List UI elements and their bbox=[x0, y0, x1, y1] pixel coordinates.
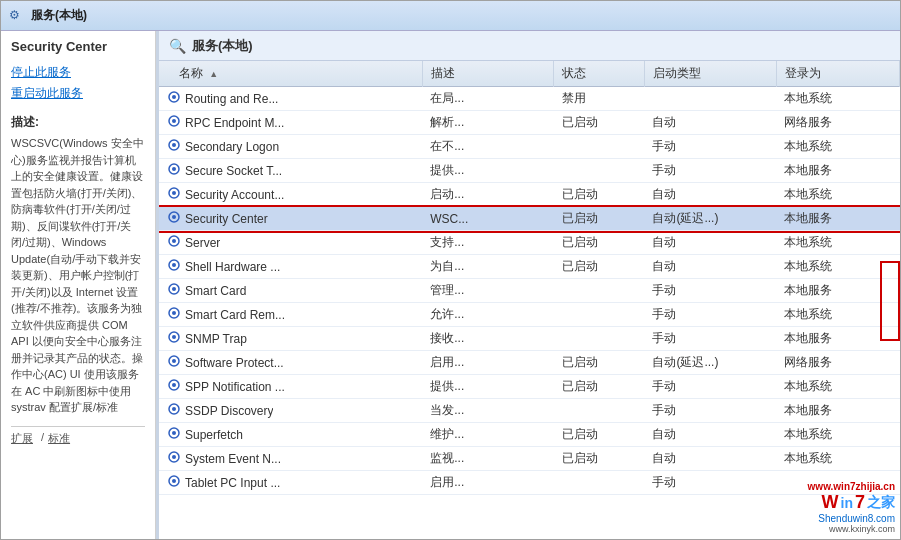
table-row[interactable]: Software Protect...启用...已启动自动(延迟...)网络服务 bbox=[159, 351, 900, 375]
service-startup: 手动 bbox=[644, 399, 776, 423]
service-startup: 自动 bbox=[644, 231, 776, 255]
table-row[interactable]: Smart Card Rem...允许...手动本地系统 bbox=[159, 303, 900, 327]
svg-point-7 bbox=[172, 167, 176, 171]
service-name: Shell Hardware ... bbox=[185, 260, 280, 274]
service-login: 本地系统 bbox=[776, 447, 899, 471]
service-name: Tablet PC Input ... bbox=[185, 476, 280, 490]
service-startup: 自动 bbox=[644, 111, 776, 135]
service-status bbox=[554, 303, 645, 327]
service-icon bbox=[167, 162, 181, 179]
main-window: ⚙ 服务(本地) Security Center 停止此服务 重启动此服务 描述… bbox=[0, 0, 901, 540]
service-name: SNMP Trap bbox=[185, 332, 247, 346]
service-desc: 接收... bbox=[422, 327, 554, 351]
desc-label: 描述: bbox=[11, 114, 145, 131]
table-scroll-wrapper[interactable]: 名称 ▲ 描述 状态 启动类型 bbox=[159, 61, 900, 539]
service-startup: 手动 bbox=[644, 375, 776, 399]
service-status: 已启动 bbox=[554, 207, 645, 231]
service-desc: 为自... bbox=[422, 255, 554, 279]
service-status bbox=[554, 399, 645, 423]
svg-point-9 bbox=[172, 191, 176, 195]
service-status bbox=[554, 327, 645, 351]
window-icon: ⚙ bbox=[9, 8, 25, 24]
table-row[interactable]: SNMP Trap接收...手动本地服务 bbox=[159, 327, 900, 351]
table-body: Routing and Re...在局...禁用本地系统RPC Endpoint… bbox=[159, 87, 900, 495]
stop-service-link[interactable]: 停止此服务 bbox=[11, 64, 145, 81]
service-status: 已启动 bbox=[554, 183, 645, 207]
service-icon bbox=[167, 330, 181, 347]
table-row[interactable]: Security Account...启动...已启动自动本地系统 bbox=[159, 183, 900, 207]
service-icon bbox=[167, 186, 181, 203]
table-row[interactable]: RPC Endpoint M...解析...已启动自动网络服务 bbox=[159, 111, 900, 135]
service-login: 本地系统 bbox=[776, 423, 899, 447]
table-row[interactable]: System Event N...监视...已启动自动本地系统 bbox=[159, 447, 900, 471]
sort-arrow-name: ▲ bbox=[209, 69, 218, 79]
service-status: 已启动 bbox=[554, 255, 645, 279]
restart-service-link[interactable]: 重启动此服务 bbox=[11, 85, 145, 102]
service-status: 已启动 bbox=[554, 423, 645, 447]
service-icon bbox=[167, 306, 181, 323]
service-desc: 提供... bbox=[422, 375, 554, 399]
service-login: 本地系统 bbox=[776, 255, 899, 279]
table-row[interactable]: Security CenterWSC...已启动自动(延迟...)本地服务 bbox=[159, 207, 900, 231]
service-icon bbox=[167, 234, 181, 251]
service-login bbox=[776, 471, 899, 495]
service-login: 网络服务 bbox=[776, 111, 899, 135]
service-status: 已启动 bbox=[554, 231, 645, 255]
content-header-icon: 🔍 bbox=[169, 38, 186, 54]
service-login: 本地服务 bbox=[776, 327, 899, 351]
table-row[interactable]: Shell Hardware ...为自...已启动自动本地系统 bbox=[159, 255, 900, 279]
svg-point-19 bbox=[172, 311, 176, 315]
service-startup: 自动(延迟...) bbox=[644, 207, 776, 231]
col-header-desc[interactable]: 描述 bbox=[422, 61, 554, 87]
service-name: Server bbox=[185, 236, 220, 250]
service-name: Smart Card bbox=[185, 284, 246, 298]
service-desc: 管理... bbox=[422, 279, 554, 303]
service-login: 本地服务 bbox=[776, 279, 899, 303]
service-desc: 在局... bbox=[422, 87, 554, 111]
col-header-name[interactable]: 名称 ▲ bbox=[159, 61, 422, 87]
col-header-status[interactable]: 状态 bbox=[554, 61, 645, 87]
service-startup: 手动 bbox=[644, 327, 776, 351]
service-login: 网络服务 bbox=[776, 351, 899, 375]
table-row[interactable]: SPP Notification ...提供...已启动手动本地系统 bbox=[159, 375, 900, 399]
table-row[interactable]: Superfetch维护...已启动自动本地系统 bbox=[159, 423, 900, 447]
service-login: 本地系统 bbox=[776, 375, 899, 399]
service-login: 本地服务 bbox=[776, 207, 899, 231]
service-desc: 支持... bbox=[422, 231, 554, 255]
table-row[interactable]: Tablet PC Input ...启用...手动 bbox=[159, 471, 900, 495]
service-startup: 自动 bbox=[644, 423, 776, 447]
tab-standard[interactable]: 标准 bbox=[48, 431, 70, 446]
table-row[interactable]: Server支持...已启动自动本地系统 bbox=[159, 231, 900, 255]
svg-point-11 bbox=[172, 215, 176, 219]
table-row[interactable]: Smart Card管理...手动本地服务 bbox=[159, 279, 900, 303]
service-name: SSDP Discovery bbox=[185, 404, 273, 418]
table-row[interactable]: SSDP Discovery当发...手动本地服务 bbox=[159, 399, 900, 423]
service-startup bbox=[644, 87, 776, 111]
service-name: RPC Endpoint M... bbox=[185, 116, 284, 130]
service-status bbox=[554, 279, 645, 303]
service-login: 本地系统 bbox=[776, 135, 899, 159]
service-desc: 解析... bbox=[422, 111, 554, 135]
table-container: 名称 ▲ 描述 状态 启动类型 bbox=[159, 61, 900, 539]
service-startup: 自动(延迟...) bbox=[644, 351, 776, 375]
service-name: Security Account... bbox=[185, 188, 284, 202]
svg-point-15 bbox=[172, 263, 176, 267]
table-row[interactable]: Routing and Re...在局...禁用本地系统 bbox=[159, 87, 900, 111]
service-desc: 启动... bbox=[422, 183, 554, 207]
sidebar-service-name: Security Center bbox=[11, 39, 145, 54]
svg-point-29 bbox=[172, 431, 176, 435]
tab-extended[interactable]: 扩展 bbox=[11, 431, 33, 446]
col-header-login[interactable]: 登录为 bbox=[776, 61, 899, 87]
service-desc: 提供... bbox=[422, 159, 554, 183]
service-icon bbox=[167, 474, 181, 491]
service-status bbox=[554, 471, 645, 495]
svg-point-3 bbox=[172, 119, 176, 123]
table-header-row: 名称 ▲ 描述 状态 启动类型 bbox=[159, 61, 900, 87]
service-startup: 手动 bbox=[644, 303, 776, 327]
table-row[interactable]: Secondary Logon在不...手动本地系统 bbox=[159, 135, 900, 159]
col-header-startup[interactable]: 启动类型 bbox=[644, 61, 776, 87]
content-panel: 🔍 服务(本地) 名称 ▲ 描述 bbox=[159, 31, 900, 539]
table-row[interactable]: Secure Socket T...提供...手动本地服务 bbox=[159, 159, 900, 183]
service-name: System Event N... bbox=[185, 452, 281, 466]
service-startup: 手动 bbox=[644, 279, 776, 303]
